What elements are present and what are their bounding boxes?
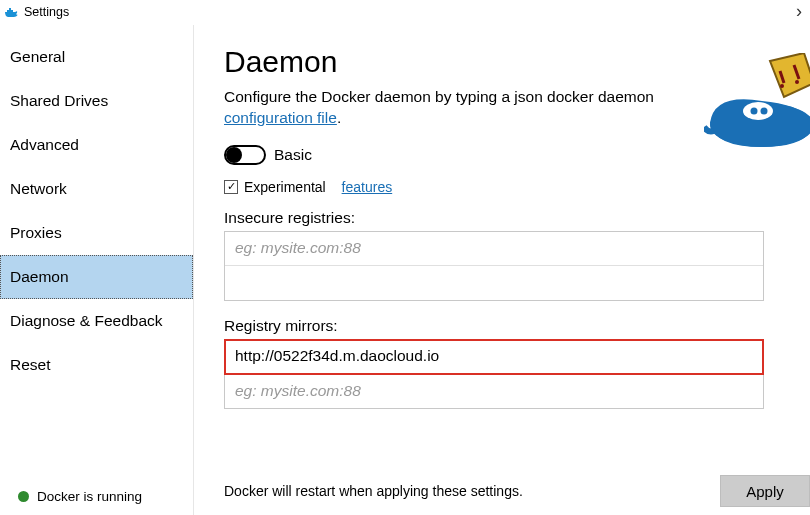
insecure-registries-placeholder[interactable]: eg: mysite.com:88 — [225, 232, 763, 266]
insecure-registries-empty-row[interactable] — [225, 266, 763, 300]
experimental-checkbox[interactable]: ✓ — [224, 180, 238, 194]
registry-mirrors-list[interactable]: http://0522f34d.m.daocloud.io eg: mysite… — [224, 339, 764, 409]
apply-button[interactable]: Apply — [720, 475, 810, 507]
svg-point-1 — [743, 102, 773, 120]
registry-mirrors-placeholder[interactable]: eg: mysite.com:88 — [225, 374, 763, 408]
svg-point-4 — [780, 84, 784, 88]
status-dot-icon — [18, 491, 29, 502]
registry-mirrors-label: Registry mirrors: — [224, 317, 810, 335]
docker-whale-logo — [704, 53, 810, 156]
insecure-registries-label: Insecure registries: — [224, 209, 810, 227]
svg-point-2 — [751, 108, 758, 115]
sidebar-item-diagnose-feedback[interactable]: Diagnose & Feedback — [0, 299, 193, 343]
docker-status: Docker is running — [0, 479, 193, 515]
sidebar-item-general[interactable]: General — [0, 35, 193, 79]
docker-icon — [4, 5, 20, 19]
basic-advanced-toggle[interactable] — [224, 145, 266, 165]
sidebar-item-advanced[interactable]: Advanced — [0, 123, 193, 167]
window-title: Settings — [24, 5, 69, 19]
experimental-features-link[interactable]: features — [342, 179, 393, 195]
sidebar: General Shared Drives Advanced Network P… — [0, 25, 194, 515]
sidebar-item-daemon[interactable]: Daemon — [0, 255, 193, 299]
restart-notice: Docker will restart when applying these … — [224, 483, 523, 499]
toggle-label: Basic — [274, 146, 312, 164]
insecure-registries-list[interactable]: eg: mysite.com:88 — [224, 231, 764, 301]
sidebar-item-reset[interactable]: Reset — [0, 343, 193, 387]
svg-point-3 — [761, 108, 768, 115]
sidebar-item-network[interactable]: Network — [0, 167, 193, 211]
page-description: Configure the Docker daemon by typing a … — [224, 87, 704, 129]
configuration-file-link[interactable]: configuration file — [224, 109, 337, 126]
forward-arrow-icon[interactable]: › — [796, 1, 804, 22]
sidebar-item-shared-drives[interactable]: Shared Drives — [0, 79, 193, 123]
registry-mirrors-value-row[interactable]: http://0522f34d.m.daocloud.io — [225, 340, 763, 374]
sidebar-item-proxies[interactable]: Proxies — [0, 211, 193, 255]
docker-status-text: Docker is running — [37, 489, 142, 504]
svg-point-5 — [795, 80, 799, 84]
experimental-label: Experimental — [244, 179, 326, 195]
